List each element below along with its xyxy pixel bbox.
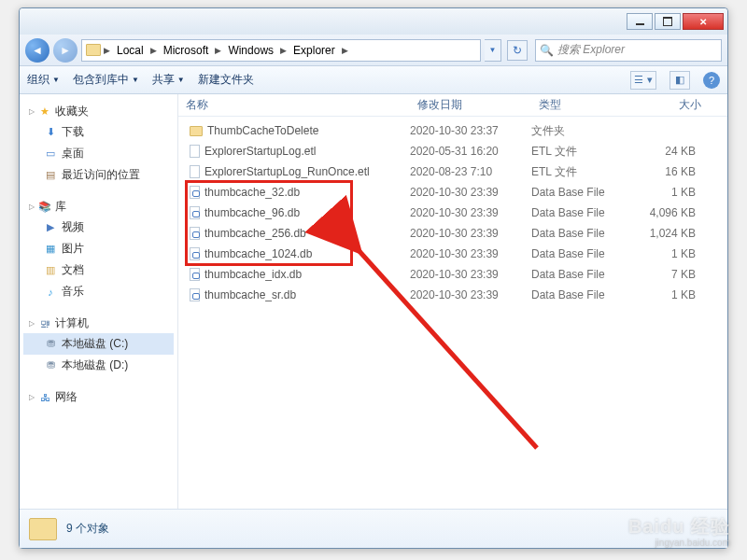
sidebar-item-disk-d[interactable]: ⛃本地磁盘 (D:) <box>23 355 174 376</box>
sidebar-item-recent[interactable]: ▤最近访问的位置 <box>23 164 174 186</box>
file-list: ThumbCacheToDelete2020-10-30 23:37文件夹Exp… <box>178 117 727 509</box>
db-icon <box>190 227 200 240</box>
file-row[interactable]: thumbcache_96.db2020-10-30 23:39Data Bas… <box>178 203 727 223</box>
picture-icon: ▦ <box>44 243 57 256</box>
file-row[interactable]: thumbcache_256.db2020-10-30 23:39Data Ba… <box>178 223 727 244</box>
file-type: Data Base File <box>531 247 634 260</box>
file-row[interactable]: ThumbCacheToDelete2020-10-30 23:37文件夹 <box>178 120 727 141</box>
search-placeholder: 搜索 Explorer <box>557 42 625 58</box>
crumb-local[interactable]: Local <box>113 40 148 61</box>
crumb-microsoft[interactable]: Microsoft <box>160 40 213 61</box>
back-button[interactable]: ◄ <box>25 38 49 63</box>
file-list-pane: 名称 修改日期 类型 大小 ThumbCacheToDelete2020-10-… <box>178 94 727 509</box>
header-type[interactable]: 类型 <box>531 97 634 113</box>
toolbar: 组织▼ 包含到库中▼ 共享▼ 新建文件夹 ☰ ▾ ◧ ? <box>20 66 727 94</box>
file-type: Data Base File <box>531 186 634 199</box>
favorites-group[interactable]: ▷★收藏夹 <box>23 102 174 121</box>
network-icon: 🖧 <box>38 391 51 404</box>
status-count: 9 个对象 <box>66 521 109 537</box>
column-headers: 名称 修改日期 类型 大小 <box>178 94 727 117</box>
file-date: 2020-10-30 23:39 <box>410 247 531 260</box>
view-options-button[interactable]: ☰ ▾ <box>630 71 656 90</box>
db-icon <box>190 206 200 219</box>
forward-button[interactable]: ► <box>53 38 78 63</box>
file-size: 1 KB <box>634 247 709 260</box>
file-row[interactable]: thumbcache_sr.db2020-10-30 23:39Data Bas… <box>178 285 727 305</box>
include-library-menu[interactable]: 包含到库中▼ <box>73 72 139 88</box>
refresh-button[interactable]: ↻ <box>507 40 528 61</box>
sidebar-item-videos[interactable]: ▶视频 <box>23 217 174 238</box>
file-type: Data Base File <box>531 227 634 240</box>
file-row[interactable]: thumbcache_1024.db2020-10-30 23:39Data B… <box>178 244 727 264</box>
sidebar-item-desktop[interactable]: ▭桌面 <box>23 143 174 164</box>
file-size: 1,024 KB <box>634 227 709 240</box>
organize-menu[interactable]: 组织▼ <box>27 72 60 88</box>
history-dropdown[interactable]: ▼ <box>485 39 501 62</box>
file-name: thumbcache_256.db <box>204 227 306 240</box>
search-input[interactable]: 🔍 搜索 Explorer <box>535 39 722 62</box>
file-row[interactable]: ExplorerStartupLog.etl2020-05-31 16:20ET… <box>178 141 727 161</box>
header-size[interactable]: 大小 <box>634 97 709 113</box>
sidebar-item-music[interactable]: ♪音乐 <box>23 281 174 302</box>
file-date: 2020-10-30 23:39 <box>410 227 531 240</box>
share-menu[interactable]: 共享▼ <box>152 72 185 88</box>
minimize-button[interactable] <box>627 13 653 30</box>
sidebar-item-downloads[interactable]: ⬇下载 <box>23 121 174 143</box>
library-icon: 📚 <box>38 201 51 214</box>
chevron-icon: ▶ <box>101 46 113 55</box>
header-name[interactable]: 名称 <box>178 97 410 113</box>
file-size: 16 KB <box>634 165 709 178</box>
disk-icon: ⛃ <box>44 359 57 372</box>
file-type: ETL 文件 <box>531 144 634 160</box>
chevron-icon: ▶ <box>277 46 289 55</box>
recent-icon: ▤ <box>44 169 57 182</box>
crumb-explorer[interactable]: Explorer <box>289 40 339 61</box>
chevron-icon: ▶ <box>339 46 351 55</box>
file-row[interactable]: ExplorerStartupLog_RunOnce.etl2020-08-23… <box>178 161 727 182</box>
new-folder-button[interactable]: 新建文件夹 <box>198 72 254 88</box>
file-date: 2020-10-30 23:37 <box>410 124 531 137</box>
status-bar: 9 个对象 <box>20 509 727 548</box>
video-icon: ▶ <box>44 221 57 234</box>
navigation-pane: ▷★收藏夹 ⬇下载 ▭桌面 ▤最近访问的位置 ▷📚库 ▶视频 ▦图片 ▥文档 ♪… <box>20 94 178 509</box>
file-name: thumbcache_sr.db <box>204 288 296 301</box>
maximize-button[interactable] <box>655 13 681 30</box>
file-row[interactable]: thumbcache_idx.db2020-10-30 23:39Data Ba… <box>178 264 727 285</box>
sidebar-item-disk-c[interactable]: ⛃本地磁盘 (C:) <box>23 333 174 355</box>
file-name: ThumbCacheToDelete <box>207 124 318 137</box>
sidebar-item-pictures[interactable]: ▦图片 <box>23 238 174 259</box>
header-date[interactable]: 修改日期 <box>410 97 531 113</box>
file-name: thumbcache_idx.db <box>204 268 302 281</box>
folder-icon <box>29 518 57 540</box>
titlebar <box>20 8 727 35</box>
help-button[interactable]: ? <box>703 72 720 89</box>
file-type: ETL 文件 <box>531 164 634 180</box>
sidebar-item-documents[interactable]: ▥文档 <box>23 259 174 281</box>
crumb-windows[interactable]: Windows <box>224 40 277 61</box>
folder-icon <box>190 126 203 136</box>
db-icon <box>190 288 200 301</box>
file-date: 2020-08-23 7:10 <box>410 165 531 178</box>
etl-icon <box>190 165 200 178</box>
explorer-window: ◄ ► ▶ Local ▶ Microsoft ▶ Windows ▶ Expl… <box>19 7 728 549</box>
file-type: Data Base File <box>531 288 634 301</box>
file-row[interactable]: thumbcache_32.db2020-10-30 23:39Data Bas… <box>178 182 727 203</box>
file-type: Data Base File <box>531 268 634 281</box>
file-name: thumbcache_1024.db <box>204 247 312 260</box>
libraries-group[interactable]: ▷📚库 <box>23 197 174 217</box>
file-date: 2020-10-30 23:39 <box>410 206 531 219</box>
computer-group[interactable]: ▷🖳计算机 <box>23 314 174 333</box>
file-name: ExplorerStartupLog_RunOnce.etl <box>204 165 370 178</box>
network-group[interactable]: ▷🖧网络 <box>23 387 174 407</box>
close-button[interactable] <box>683 13 724 30</box>
preview-pane-button[interactable]: ◧ <box>669 71 690 90</box>
chevron-icon: ▶ <box>212 46 224 55</box>
file-size: 24 KB <box>634 145 709 158</box>
file-name: thumbcache_32.db <box>204 186 300 199</box>
file-date: 2020-10-30 23:39 <box>410 288 531 301</box>
disk-icon: ⛃ <box>44 338 57 351</box>
desktop-icon: ▭ <box>44 147 57 161</box>
breadcrumb[interactable]: ▶ Local ▶ Microsoft ▶ Windows ▶ Explorer… <box>81 39 481 62</box>
file-name: thumbcache_96.db <box>204 206 300 219</box>
file-type: 文件夹 <box>531 123 634 139</box>
